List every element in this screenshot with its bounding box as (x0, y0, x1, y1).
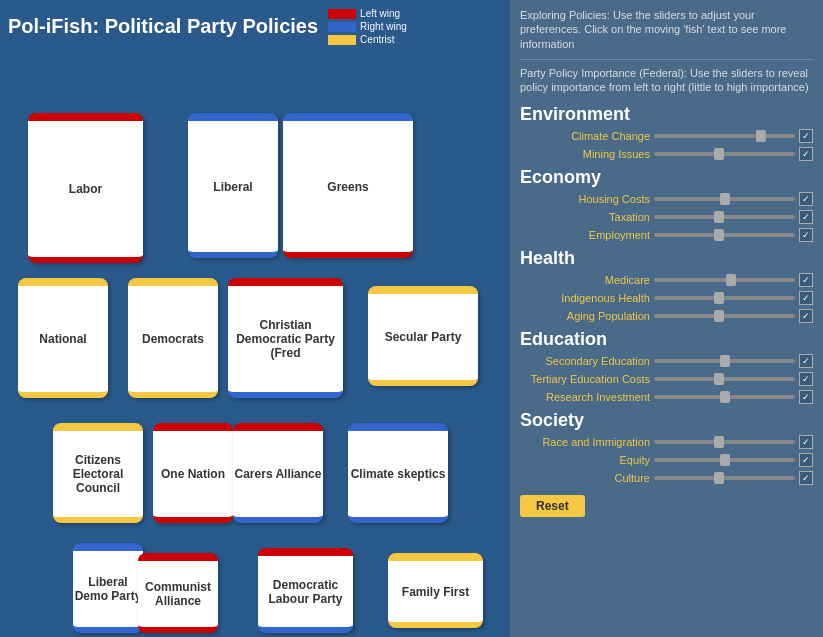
cards-area: LaborLiberalGreensNationalDemocratsChris… (8, 53, 508, 633)
party-label: Democratic Labour Party (258, 578, 353, 606)
slider-checkbox[interactable] (799, 372, 813, 386)
party-label: Family First (402, 585, 469, 599)
party-card-national[interactable]: National (18, 278, 108, 398)
slider-track[interactable] (654, 278, 795, 282)
section-title-economy: Economy (520, 167, 813, 188)
legend-item: Right wing (328, 21, 407, 32)
slider-track[interactable] (654, 296, 795, 300)
slider-label: Secondary Education (520, 355, 650, 367)
slider-track[interactable] (654, 377, 795, 381)
slider-checkbox[interactable] (799, 354, 813, 368)
slider-row: Research Investment (520, 390, 813, 404)
slider-checkbox[interactable] (799, 471, 813, 485)
section-title-environment: Environment (520, 104, 813, 125)
slider-thumb[interactable] (714, 373, 724, 385)
slider-checkbox[interactable] (799, 147, 813, 161)
party-label: Democrats (142, 332, 204, 346)
slider-track[interactable] (654, 476, 795, 480)
sliders-container: EnvironmentClimate ChangeMining IssuesEc… (520, 104, 813, 485)
section-title-society: Society (520, 410, 813, 431)
slider-track[interactable] (654, 197, 795, 201)
legend-item: Left wing (328, 8, 407, 19)
sliders-intro: Party Policy Importance (Federal): Use t… (520, 66, 813, 95)
header: Pol-iFish: Political Party Policies Left… (8, 8, 502, 45)
slider-thumb[interactable] (714, 229, 724, 241)
section-title-health: Health (520, 248, 813, 269)
slider-label: Equity (520, 454, 650, 466)
party-card-family_first[interactable]: Family First (388, 553, 483, 628)
slider-thumb[interactable] (714, 310, 724, 322)
party-card-carers[interactable]: Carers Alliance (233, 423, 323, 523)
slider-thumb[interactable] (720, 391, 730, 403)
party-card-dlp[interactable]: Democratic Labour Party (258, 548, 353, 633)
slider-label: Employment (520, 229, 650, 241)
party-label: Greens (327, 180, 368, 194)
party-card-liberal[interactable]: Liberal (188, 113, 278, 258)
party-card-lib_dem[interactable]: Liberal Demo Party (73, 543, 143, 633)
section-title-education: Education (520, 329, 813, 350)
slider-checkbox[interactable] (799, 390, 813, 404)
party-label: Climate skeptics (351, 467, 446, 481)
party-card-one_nation[interactable]: One Nation (153, 423, 233, 523)
party-label: Labor (69, 182, 102, 196)
slider-thumb[interactable] (720, 454, 730, 466)
app-title: Pol-iFish: Political Party Policies (8, 15, 318, 38)
slider-row: Tertiary Education Costs (520, 372, 813, 386)
slider-thumb[interactable] (714, 211, 724, 223)
legend: Left wingRight wingCentrist (328, 8, 407, 45)
party-label: Citizens Electoral Council (53, 453, 143, 495)
slider-checkbox[interactable] (799, 273, 813, 287)
party-card-labor[interactable]: Labor (28, 113, 143, 263)
slider-track[interactable] (654, 152, 795, 156)
slider-track[interactable] (654, 395, 795, 399)
slider-thumb[interactable] (756, 130, 766, 142)
slider-row: Climate Change (520, 129, 813, 143)
party-card-climate_skeptics[interactable]: Climate skeptics (348, 423, 448, 523)
slider-thumb[interactable] (726, 274, 736, 286)
party-label: Carers Alliance (235, 467, 322, 481)
party-card-greens[interactable]: Greens (283, 113, 413, 258)
slider-track[interactable] (654, 458, 795, 462)
slider-thumb[interactable] (720, 193, 730, 205)
slider-checkbox[interactable] (799, 210, 813, 224)
slider-row: Race and Immigration (520, 435, 813, 449)
slider-row: Indigenous Health (520, 291, 813, 305)
slider-thumb[interactable] (714, 472, 724, 484)
slider-checkbox[interactable] (799, 453, 813, 467)
slider-track[interactable] (654, 314, 795, 318)
slider-label: Race and Immigration (520, 436, 650, 448)
slider-checkbox[interactable] (799, 192, 813, 206)
slider-track[interactable] (654, 233, 795, 237)
slider-checkbox[interactable] (799, 435, 813, 449)
slider-thumb[interactable] (720, 355, 730, 367)
left-panel: Pol-iFish: Political Party Policies Left… (0, 0, 510, 637)
slider-track[interactable] (654, 440, 795, 444)
party-card-citizens[interactable]: Citizens Electoral Council (53, 423, 143, 523)
slider-checkbox[interactable] (799, 309, 813, 323)
slider-row: Taxation (520, 210, 813, 224)
legend-item: Centrist (328, 34, 407, 45)
reset-button[interactable]: Reset (520, 495, 585, 517)
slider-row: Housing Costs (520, 192, 813, 206)
slider-track[interactable] (654, 134, 795, 138)
slider-track[interactable] (654, 359, 795, 363)
party-label: Liberal Demo Party (73, 575, 143, 603)
slider-checkbox[interactable] (799, 129, 813, 143)
party-card-communist[interactable]: Communist Alliance (138, 553, 218, 633)
slider-thumb[interactable] (714, 292, 724, 304)
slider-track[interactable] (654, 215, 795, 219)
instructions-text: Exploring Policies: Use the sliders to a… (520, 8, 813, 51)
slider-thumb[interactable] (714, 436, 724, 448)
slider-checkbox[interactable] (799, 291, 813, 305)
party-card-democrats[interactable]: Democrats (128, 278, 218, 398)
party-card-secular[interactable]: Secular Party (368, 286, 478, 386)
slider-row: Mining Issues (520, 147, 813, 161)
slider-checkbox[interactable] (799, 228, 813, 242)
slider-row: Aging Population (520, 309, 813, 323)
slider-label: Research Investment (520, 391, 650, 403)
panel-divider (520, 59, 813, 60)
party-card-cdp[interactable]: Christian Democratic Party (Fred (228, 278, 343, 398)
party-label: Secular Party (385, 330, 462, 344)
slider-label: Tertiary Education Costs (520, 373, 650, 385)
slider-thumb[interactable] (714, 148, 724, 160)
